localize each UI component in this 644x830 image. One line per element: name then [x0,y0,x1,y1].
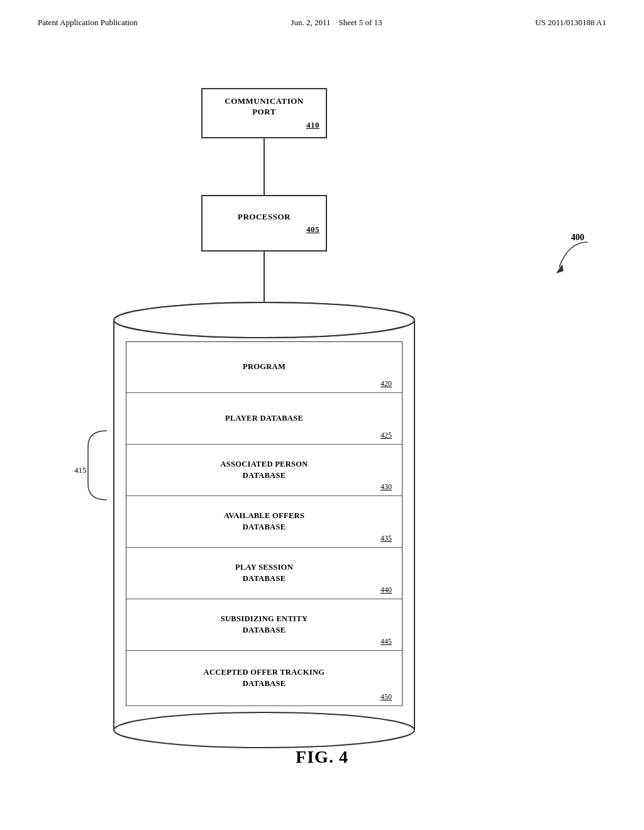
db-play-session-label: PLAY SESSIONDATABASE [235,562,293,584]
comm-port-label: COMMUNICATIONPORT [225,96,303,118]
db-subsidizing-entity: SUBSIDIZING ENTITYDATABASE 445 [126,599,402,651]
header-left: Patent Application Publication [38,18,138,28]
db-available-offers-ref: 435 [380,534,392,543]
db-player-ref: 425 [380,431,392,440]
header-sheet: Sheet 5 of 13 [339,18,382,27]
arrow-400 [550,236,600,286]
connector-line-2 [264,252,265,302]
bracket-415 [82,428,119,503]
db-program: PROGRAM 420 [126,341,402,393]
db-player: PLAYER DATABASE 425 [126,393,402,445]
diagram-area: COMMUNICATIONPORT 410 PROCESSOR 405 [0,50,644,792]
comm-port-box: COMMUNICATIONPORT 410 [201,88,327,138]
storage-cylinder: PROGRAM 420 PLAYER DATABASE 425 ASSOCIAT… [113,299,415,751]
db-associated-person-ref: 430 [380,482,392,492]
svg-point-5 [114,302,414,338]
db-available-offers: AVAILABLE OFFERSDATABASE 435 [126,496,402,548]
db-available-offers-label: AVAILABLE OFFERSDATABASE [224,511,304,533]
db-associated-person: ASSOCIATED PERSONDATABASE 430 [126,445,402,496]
processor-box: PROCESSOR 405 [201,195,327,252]
processor-label: PROCESSOR [238,212,291,222]
db-play-session: PLAY SESSIONDATABASE 440 [126,548,402,599]
database-sections: PROGRAM 420 PLAYER DATABASE 425 ASSOCIAT… [126,341,402,706]
db-accepted-offer: ACCEPTED OFFER TRACKINGDATABASE 450 [126,651,402,706]
header-center: Jun. 2, 2011 Sheet 5 of 13 [291,18,382,28]
page-header: Patent Application Publication Jun. 2, 2… [0,0,644,28]
header-date: Jun. 2, 2011 [291,18,330,27]
header-right: US 2011/0130188 A1 [535,18,606,28]
figure-caption: FIG. 4 [0,747,644,767]
db-accepted-offer-label: ACCEPTED OFFER TRACKINGDATABASE [204,667,325,689]
db-player-label: PLAYER DATABASE [225,413,303,424]
db-associated-person-label: ASSOCIATED PERSONDATABASE [220,459,308,481]
db-program-label: PROGRAM [243,362,286,373]
processor-ref: 405 [306,224,319,235]
svg-point-3 [114,712,414,748]
db-subsidizing-entity-label: SUBSIDIZING ENTITYDATABASE [221,614,308,636]
db-program-ref: 420 [380,379,392,389]
db-play-session-ref: 440 [380,585,392,595]
comm-port-ref: 410 [306,120,319,130]
db-subsidizing-entity-ref: 445 [380,637,392,646]
connector-line-1 [264,138,265,195]
db-accepted-offer-ref: 450 [380,692,392,702]
